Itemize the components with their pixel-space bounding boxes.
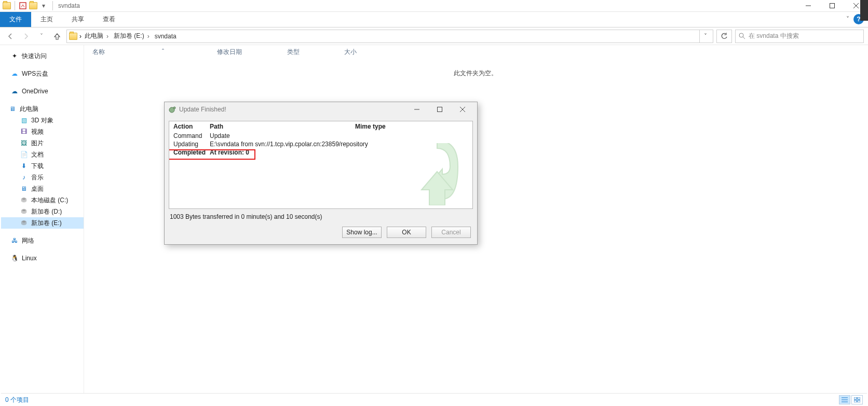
nav-drive-e[interactable]: ⛃新加卷 (E:) (1, 217, 84, 229)
quick-access-toolbar: ▾ (0, 1, 50, 10)
dialog-close-button[interactable] (451, 103, 474, 116)
column-headers[interactable]: 名称ˆ 修改日期 类型 大小 (89, 45, 862, 59)
qat-dropdown-icon[interactable]: ▾ (39, 1, 48, 10)
nav-label: 文档 (31, 150, 44, 159)
nav-this-pc[interactable]: 🖥此电脑 (1, 103, 84, 115)
sort-indicator-icon: ˆ (162, 48, 164, 55)
details-view-button[interactable] (839, 395, 850, 404)
nav-label: WPS云盘 (22, 69, 48, 78)
nav-documents[interactable]: 📄文档 (1, 149, 84, 160)
nav-label: 桌面 (31, 185, 44, 193)
navigation-pane[interactable]: ✦快速访问 ☁WPS云盘 ☁OneDrive 🖥此电脑 ▧3D 对象 🎞视频 🖼… (1, 45, 84, 393)
back-button[interactable] (4, 30, 17, 43)
nav-label: 3D 对象 (31, 116, 53, 125)
dialog-minimize-button[interactable] (405, 103, 428, 116)
view-toggles (839, 395, 863, 404)
nav-network[interactable]: 🖧网络 (1, 235, 84, 246)
properties-icon[interactable] (18, 1, 28, 10)
item-count: 0 个项目 (5, 396, 29, 404)
address-bar[interactable]: › 此电脑› 新加卷 (E:)› svndata ˅ (66, 30, 713, 43)
folder-icon (2, 1, 11, 10)
col-action[interactable]: Action (169, 123, 206, 130)
col-type[interactable]: 类型 (284, 48, 341, 57)
col-size[interactable]: 大小 (341, 48, 393, 57)
breadcrumb-thispc[interactable]: 此电脑› (84, 31, 111, 41)
nav-quick-access[interactable]: ✦快速访问 (1, 50, 84, 62)
cell-path: Update (206, 132, 230, 139)
chevron-right-icon[interactable]: › (79, 33, 82, 40)
show-log-button[interactable]: Show log... (342, 227, 382, 238)
tab-view[interactable]: 查看 (93, 12, 125, 27)
chevron-right-icon[interactable]: › (146, 33, 151, 40)
nav-3d-objects[interactable]: ▧3D 对象 (1, 115, 84, 126)
ok-button[interactable]: OK (387, 227, 426, 238)
svg-rect-2 (830, 4, 835, 8)
breadcrumb-label: 此电脑 (85, 32, 103, 40)
log-row[interactable]: Command Update (169, 132, 472, 140)
nav-label: 视频 (31, 128, 44, 136)
ribbon-tabs: 文件 主页 共享 查看 ˅ ? (0, 12, 868, 27)
cloud-icon: ☁ (10, 69, 19, 78)
svg-rect-10 (854, 397, 857, 399)
address-dropdown-icon[interactable]: ˅ (699, 30, 711, 43)
nav-label: 此电脑 (20, 105, 38, 114)
log-header-row[interactable]: Action Path Mime type (169, 121, 472, 132)
nav-pictures[interactable]: 🖼图片 (1, 137, 84, 149)
nav-wps-cloud[interactable]: ☁WPS云盘 (1, 68, 84, 79)
dialog-maximize-button[interactable] (428, 103, 451, 116)
chevron-right-icon[interactable]: › (105, 33, 110, 40)
window-titlebar: ▾ svndata (0, 0, 868, 12)
maximize-button[interactable] (820, 0, 844, 12)
nav-linux[interactable]: 🐧Linux (1, 253, 84, 264)
tab-home[interactable]: 主页 (31, 12, 62, 27)
svg-rect-13 (858, 400, 860, 402)
ribbon-collapse-icon[interactable]: ˅ (846, 16, 849, 23)
col-mime[interactable]: Mime type (351, 123, 392, 130)
dialog-log-list[interactable]: Action Path Mime type Command Update Upd… (169, 121, 473, 209)
cube-icon: ▧ (20, 116, 28, 124)
search-icon (739, 33, 745, 39)
col-name[interactable]: 名称ˆ (89, 48, 214, 57)
tab-share[interactable]: 共享 (62, 12, 93, 27)
cell-action: Command (169, 132, 206, 139)
monitor-icon: 🖥 (8, 105, 17, 113)
nav-label: 本地磁盘 (C:) (31, 196, 68, 205)
new-folder-icon[interactable] (29, 1, 38, 10)
svg-point-5 (739, 33, 743, 37)
nav-videos[interactable]: 🎞视频 (1, 126, 84, 137)
tab-file[interactable]: 文件 (0, 12, 31, 27)
search-input[interactable]: 在 svndata 中搜索 (735, 30, 864, 43)
drive-icon: ⛃ (20, 196, 28, 204)
nav-label: OneDrive (22, 88, 48, 95)
recent-dropdown-icon[interactable]: ˅ (35, 30, 48, 43)
drive-icon: ⛃ (20, 219, 28, 227)
window-controls (796, 0, 868, 12)
dialog-summary: 1003 Bytes transferred in 0 minute(s) an… (165, 213, 477, 222)
svg-point-15 (173, 107, 175, 109)
breadcrumb-label: 新加卷 (E:) (114, 32, 144, 40)
nav-label: 图片 (31, 139, 44, 148)
breadcrumb-folder[interactable]: svndata (154, 32, 178, 41)
minimize-button[interactable] (796, 0, 820, 12)
nav-onedrive[interactable]: ☁OneDrive (1, 86, 84, 97)
scrollbar-marker (860, 0, 868, 21)
dialog-buttons: Show log... OK Cancel (165, 222, 477, 244)
dialog-titlebar[interactable]: Update Finished! (165, 102, 477, 117)
col-modified[interactable]: 修改日期 (214, 48, 284, 57)
refresh-button[interactable] (716, 30, 732, 43)
nav-drive-d[interactable]: ⛃新加卷 (D:) (1, 206, 84, 217)
empty-folder-message: 此文件夹为空。 (84, 69, 867, 78)
nav-music[interactable]: ♪音乐 (1, 172, 84, 183)
breadcrumb-drive[interactable]: 新加卷 (E:)› (113, 31, 152, 41)
icons-view-button[interactable] (851, 395, 863, 404)
col-path[interactable]: Path (206, 123, 351, 130)
desktop-icon: 🖥 (20, 185, 28, 193)
nav-downloads[interactable]: ⬇下载 (1, 160, 84, 172)
forward-button[interactable] (20, 30, 32, 43)
nav-label: 下载 (31, 162, 44, 171)
nav-drive-c[interactable]: ⛃本地磁盘 (C:) (1, 194, 84, 206)
download-arrow-icon (411, 143, 463, 205)
nav-desktop[interactable]: 🖥桌面 (1, 183, 84, 194)
up-button[interactable] (51, 30, 63, 43)
highlight-annotation (169, 149, 255, 160)
